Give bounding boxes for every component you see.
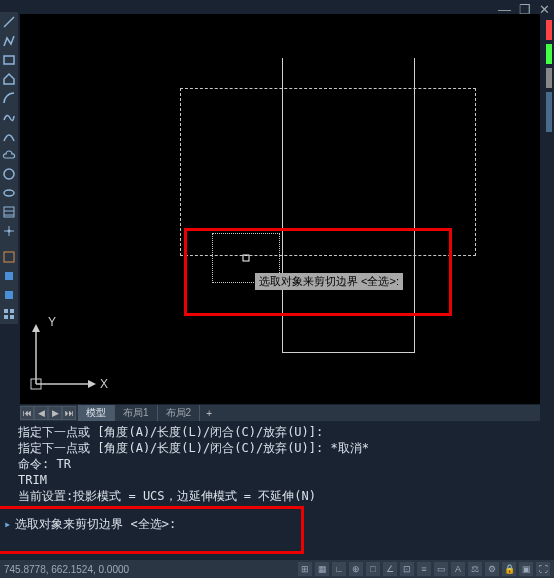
tab-prev-icon[interactable]: ◀ xyxy=(34,406,48,420)
cmd-history-line: 指定下一点或 [角度(A)/长度(L)/闭合(C)/放弃(U)]: *取消* xyxy=(18,440,552,456)
draw-toolbar xyxy=(0,12,18,324)
svg-rect-10 xyxy=(4,252,14,262)
tab-layout2[interactable]: 布局2 xyxy=(158,405,201,421)
swatch-red[interactable] xyxy=(546,20,552,40)
svg-marker-20 xyxy=(88,380,96,388)
tab-next-icon[interactable]: ▶ xyxy=(48,406,62,420)
status-bar: 745.8778, 662.1524, 0.0000 ⊞ ▦ ∟ ⊕ □ ∠ ⊡… xyxy=(0,560,554,578)
tab-last-icon[interactable]: ⏭ xyxy=(62,406,76,420)
layer3-tool-icon[interactable] xyxy=(1,287,17,303)
layer-tool-icon[interactable] xyxy=(1,249,17,265)
sep-icon xyxy=(1,242,17,246)
status-max-icon[interactable]: ⛶ xyxy=(536,562,550,576)
annotation-box-canvas xyxy=(184,228,452,316)
rect-tool-icon[interactable] xyxy=(1,52,17,68)
svg-rect-11 xyxy=(5,272,13,280)
cmd-history-line: 命令: TR xyxy=(18,456,552,472)
status-osnap-icon[interactable]: □ xyxy=(366,562,380,576)
status-dyn-icon[interactable]: ⊡ xyxy=(400,562,414,576)
curve-tool-icon[interactable] xyxy=(1,128,17,144)
swatch-green[interactable] xyxy=(546,44,552,64)
status-model-icon[interactable]: ▭ xyxy=(434,562,448,576)
svg-rect-16 xyxy=(10,315,14,319)
circle-tool-icon[interactable] xyxy=(1,166,17,182)
status-lwt-icon[interactable]: ≡ xyxy=(417,562,431,576)
status-otrack-icon[interactable]: ∠ xyxy=(383,562,397,576)
tab-layout1[interactable]: 布局1 xyxy=(115,405,158,421)
status-clean-icon[interactable]: ▣ xyxy=(519,562,533,576)
layout-tabbar: ⏮ ◀ ▶ ⏭ 模型 布局1 布局2 + xyxy=(20,405,540,421)
point-tool-icon[interactable] xyxy=(1,223,17,239)
cmd-history-line: 当前设置:投影模式 = UCS，边延伸模式 = 不延伸(N) xyxy=(18,488,552,504)
tab-model[interactable]: 模型 xyxy=(78,405,115,421)
ellipse-tool-icon[interactable] xyxy=(1,185,17,201)
swatch-gray[interactable] xyxy=(546,68,552,88)
cmd-history-line: TRIM xyxy=(18,472,552,488)
svg-rect-1 xyxy=(4,56,14,64)
ucs-x-label: X xyxy=(100,377,108,391)
line-tool-icon[interactable] xyxy=(1,14,17,30)
svg-point-3 xyxy=(4,190,14,196)
cmd-history-line: 指定下一点或 [角度(A)/长度(L)/闭合(C)/放弃(U)]: xyxy=(18,424,552,440)
object-line-h xyxy=(282,352,415,353)
svg-line-0 xyxy=(4,17,14,27)
status-coordinates: 745.8778, 662.1524, 0.0000 xyxy=(4,564,129,575)
svg-rect-14 xyxy=(10,309,14,313)
layer2-tool-icon[interactable] xyxy=(1,268,17,284)
tab-add-button[interactable]: + xyxy=(200,407,218,420)
status-lock-icon[interactable]: 🔒 xyxy=(502,562,516,576)
home-tool-icon[interactable] xyxy=(1,71,17,87)
status-grid-icon[interactable]: ▦ xyxy=(315,562,329,576)
cloud-tool-icon[interactable] xyxy=(1,147,17,163)
svg-rect-15 xyxy=(4,315,8,319)
grid-tool-icon[interactable] xyxy=(1,306,17,322)
command-window[interactable]: 指定下一点或 [角度(A)/长度(L)/闭合(C)/放弃(U)]: 指定下一点或… xyxy=(0,422,554,556)
status-snap-icon[interactable]: ⊞ xyxy=(298,562,312,576)
drawing-canvas[interactable]: 选取对象来剪切边界 <全选>: Y X xyxy=(20,14,540,404)
svg-marker-18 xyxy=(32,324,40,332)
close-button[interactable]: ✕ xyxy=(539,2,550,17)
ucs-y-label: Y xyxy=(48,315,56,329)
polyline-tool-icon[interactable] xyxy=(1,33,17,49)
arc-tool-icon[interactable] xyxy=(1,90,17,106)
status-polar-icon[interactable]: ⊕ xyxy=(349,562,363,576)
svg-rect-13 xyxy=(4,309,8,313)
svg-rect-12 xyxy=(5,291,13,299)
svg-point-2 xyxy=(4,169,14,179)
hatch-tool-icon[interactable] xyxy=(1,204,17,220)
right-palette xyxy=(546,20,554,132)
status-ann-icon[interactable]: A xyxy=(451,562,465,576)
status-scale-icon[interactable]: ⚖ xyxy=(468,562,482,576)
tab-first-icon[interactable]: ⏮ xyxy=(20,406,34,420)
annotation-box-cmd xyxy=(0,506,304,554)
spline-tool-icon[interactable] xyxy=(1,109,17,125)
swatch-blue[interactable] xyxy=(546,92,552,132)
status-ws-icon[interactable]: ⚙ xyxy=(485,562,499,576)
status-ortho-icon[interactable]: ∟ xyxy=(332,562,346,576)
ucs-icon: Y X xyxy=(28,312,108,394)
